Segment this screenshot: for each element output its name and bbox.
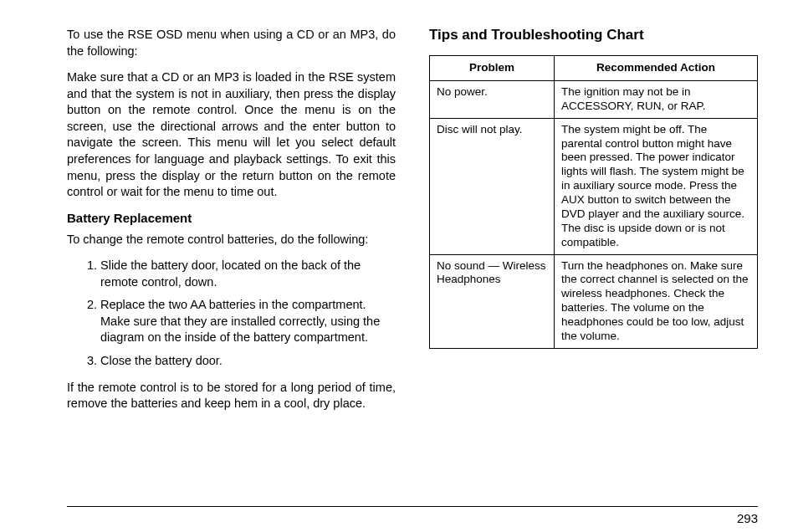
table-header-problem: Problem bbox=[430, 56, 555, 81]
cell-problem: No sound — Wireless Headphones bbox=[430, 254, 555, 348]
page-number: 293 bbox=[737, 511, 758, 525]
list-item: Close the battery door. bbox=[100, 353, 396, 370]
troubleshooting-table: Problem Recommended Action No power. The… bbox=[429, 55, 758, 349]
list-item: Slide the battery door, located on the b… bbox=[100, 258, 396, 290]
body-paragraph: Make sure that a CD or an MP3 is loaded … bbox=[67, 69, 396, 201]
cell-problem: Disc will not play. bbox=[430, 118, 555, 254]
table-row: No power. The ignition may not be in ACC… bbox=[430, 80, 758, 118]
footer-rule bbox=[67, 506, 758, 507]
battery-intro: To change the remote control batteries, … bbox=[67, 232, 396, 248]
cell-action: The system might be off. The parental co… bbox=[554, 118, 757, 254]
table-header-action: Recommended Action bbox=[554, 56, 757, 81]
battery-note: If the remote control is to be stored fo… bbox=[67, 380, 396, 412]
cell-action: Turn the headphones on. Make sure the co… bbox=[554, 254, 757, 348]
list-item: Replace the two AA batteries in the comp… bbox=[100, 297, 396, 346]
battery-heading: Battery Replacement bbox=[67, 211, 396, 225]
intro-paragraph: To use the RSE OSD menu when using a CD … bbox=[67, 27, 396, 59]
table-row: Disc will not play. The system might be … bbox=[430, 118, 758, 254]
battery-steps-list: Slide the battery door, located on the b… bbox=[67, 258, 396, 369]
cell-problem: No power. bbox=[430, 80, 555, 118]
cell-action: The ignition may not be in ACCESSORY, RU… bbox=[554, 80, 757, 118]
troubleshooting-heading: Tips and Troubleshooting Chart bbox=[429, 27, 758, 43]
table-row: No sound — Wireless Headphones Turn the … bbox=[430, 254, 758, 348]
